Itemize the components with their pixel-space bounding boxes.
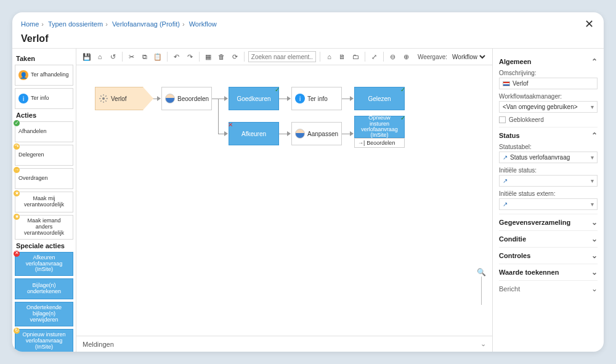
section-gegevens[interactable]: Gegevensverzameling⌄ [499, 218, 598, 227]
sidebar-heading-taken: Taken [16, 55, 72, 62]
weergave-select[interactable]: Workflow [450, 53, 487, 61]
section-bericht[interactable]: Bericht⌄ [499, 285, 598, 293]
window: Home› Typen dossieritem› Verlofaanvraag … [12, 12, 604, 352]
action-delegeren[interactable]: ↷Delegeren [15, 145, 73, 166]
resend-icon: ↻ [14, 328, 20, 334]
section-status[interactable]: Status⌃ [499, 131, 598, 140]
node-aanpassen[interactable]: Aanpassen [291, 122, 342, 145]
toolbar: 💾 ⌂ ↺ ✂ ⧉ 📋 ↶ ↷ ▦ 🗑 ⟳ ⌂ 🗎 🗀 [76, 49, 492, 65]
section-conditie[interactable]: Conditie⌄ [499, 235, 598, 243]
add-icon[interactable]: ▦ [203, 51, 214, 62]
avatar-icon [165, 94, 175, 103]
crumb-home[interactable]: Home [21, 20, 39, 28]
node-gelezen[interactable]: ✓ Gelezen [354, 87, 405, 110]
close-icon[interactable]: ✕ [583, 17, 595, 31]
crumb-workflow[interactable]: Workflow [189, 20, 217, 28]
chevron-down-icon: ▾ [591, 103, 594, 110]
special-opnieuw[interactable]: ↻Opnieuw insturen verlofaanvraag (InSite… [15, 329, 73, 352]
cut-icon[interactable]: ✂ [126, 51, 137, 62]
paste-icon[interactable]: 📋 [153, 51, 163, 62]
home-icon[interactable]: ⌂ [94, 51, 105, 62]
info-icon: i [295, 94, 305, 103]
special-bijlage-verwijderen[interactable]: Ondertekende bijlage(n) verwijderen [15, 302, 73, 326]
section-controles[interactable]: Controles⌄ [499, 251, 598, 260]
canvas-area: 💾 ⌂ ↺ ✂ ⧉ 📋 ↶ ↷ ▦ 🗑 ⟳ ⌂ 🗎 🗀 [76, 49, 493, 352]
assign-me-icon: ★ [14, 190, 20, 196]
zoom-out-icon[interactable]: ⊖ [387, 51, 398, 62]
select-wtm[interactable]: <Van omgeving gebruiken>▾ [499, 101, 598, 113]
page-title: Verlof [12, 33, 604, 49]
chevron-down-icon: ▾ [591, 201, 594, 208]
zoom-in-icon[interactable]: 🔍 [477, 268, 486, 277]
node-goedkeuren[interactable]: ✓ Goedkeuren [229, 87, 279, 110]
node-terinfo[interactable]: i Ter info [291, 87, 342, 110]
zoom-in-icon[interactable]: ⊕ [401, 51, 411, 62]
action-maak-iemand[interactable]: ★Maak iemand anders verantwoordelijk [15, 215, 73, 240]
topbar: Home› Typen dossieritem› Verlofaanvraag … [12, 12, 604, 33]
delete-icon[interactable]: 🗑 [216, 51, 227, 62]
breadcrumb: Home› Typen dossieritem› Verlofaanvraag … [21, 20, 217, 28]
transfer-icon: → [14, 167, 20, 173]
check-icon: ✓ [400, 115, 405, 122]
canvas[interactable]: Verlof Beoordelen ✓ Goedkeuren i [76, 65, 492, 336]
select-init-ext[interactable]: ↗▾ [499, 198, 598, 210]
action-overdragen[interactable]: →Overdragen [15, 168, 73, 189]
node-opnieuw[interactable]: ✓ Opnieuw insturen verlofaanvraag (InSit… [354, 116, 405, 138]
checkbox-icon [499, 116, 506, 123]
weergave-label: Weergave: [418, 54, 447, 60]
special-afkeuren[interactable]: ✕Afkeuren verlofaanvraag (InSite) [15, 252, 73, 277]
zoom-slider[interactable]: 🔍 [476, 268, 486, 305]
chevron-down-icon: ⌄ [591, 218, 598, 227]
delegate-icon: ↷ [14, 144, 20, 150]
external-link-icon: ↗ [503, 201, 508, 208]
action-maak-mij[interactable]: ★Maak mij verantwoordelijk [15, 192, 73, 212]
copy-icon[interactable]: ⧉ [139, 51, 150, 62]
select-statustabel[interactable]: ↗Status verlofaanvraag▾ [499, 152, 598, 163]
label-omschrijving: Omschrijving: [499, 70, 598, 76]
node-beoordelen[interactable]: Beoordelen [161, 87, 212, 110]
assign-other-icon: ★ [14, 214, 20, 220]
select-init-status[interactable]: ↗▾ [499, 175, 598, 187]
crumb-verlof[interactable]: Verlofaanvraag (Profit) [112, 20, 180, 28]
checkbox-geblokkeerd[interactable]: Geblokkeerd [499, 116, 598, 123]
meldingen-panel[interactable]: Meldingen ⌄ [76, 336, 492, 352]
history-icon[interactable]: ↺ [108, 51, 118, 62]
redo-icon[interactable]: ↷ [184, 51, 195, 62]
action-afhandelen[interactable]: ✓Afhandelen [15, 121, 73, 142]
refresh-icon[interactable]: ⟳ [230, 51, 240, 62]
sidebar-heading-speciale: Speciale acties [16, 242, 72, 249]
chevron-down-icon: ⌄ [591, 251, 598, 260]
crumb-typen[interactable]: Typen dossieritem [48, 20, 103, 28]
special-bijlage-ondertekenen[interactable]: Bijlage(n) ondertekenen [15, 278, 73, 299]
svg-point-0 [102, 97, 105, 100]
main: Taken 👤Ter afhandeling iTer info Acties … [12, 49, 604, 352]
flag-nl-icon [503, 81, 510, 86]
label-statustabel: Statustabel: [499, 144, 598, 150]
undo-icon[interactable]: ↶ [171, 51, 182, 62]
chevron-down-icon: ⌄ [591, 235, 598, 243]
chevron-up-icon: ⌃ [591, 131, 598, 140]
task-ter-afhandeling[interactable]: 👤Ter afhandeling [15, 65, 73, 86]
node-start[interactable]: Verlof [95, 87, 153, 110]
nav-home-icon[interactable]: ⌂ [324, 51, 334, 62]
external-link-icon: ↗ [503, 177, 508, 184]
save-icon[interactable]: 💾 [81, 51, 92, 62]
chevron-down-icon: ⌄ [480, 340, 486, 348]
reject-icon: ✕ [14, 251, 20, 257]
fit-icon[interactable]: ⤢ [369, 51, 379, 62]
goto-icon: →| [358, 140, 365, 146]
node-afkeuren[interactable]: ✕ Afkeuren [229, 122, 279, 145]
chevron-down-icon: ▾ [591, 177, 594, 184]
section-waarde[interactable]: Waarde toekennen⌄ [499, 268, 598, 277]
folder-icon[interactable]: 🗀 [351, 51, 361, 62]
doc-icon[interactable]: 🗎 [337, 51, 347, 62]
gear-icon [99, 94, 108, 103]
sub-beoordelen[interactable]: →| Beoordelen [354, 138, 405, 148]
search-input[interactable] [248, 51, 316, 62]
input-omschrijving[interactable]: Verlof [499, 78, 598, 89]
user-icon: 👤 [18, 70, 28, 80]
task-ter-info[interactable]: iTer info [15, 88, 73, 109]
label-init-status: Initiële status: [499, 167, 598, 174]
sidebar: Taken 👤Ter afhandeling iTer info Acties … [12, 49, 76, 352]
section-algemeen[interactable]: Algemeen⌃ [499, 57, 598, 66]
